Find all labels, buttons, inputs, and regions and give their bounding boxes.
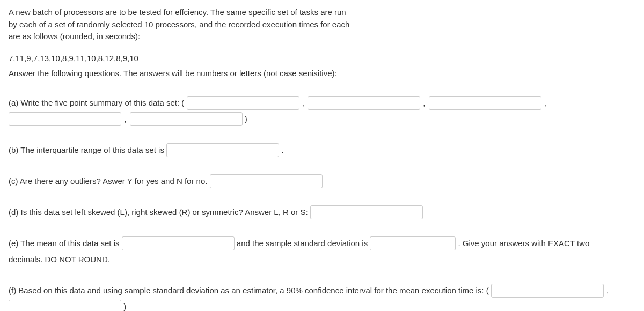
question-c-input[interactable] xyxy=(210,174,323,188)
question-f-close: ) xyxy=(123,302,126,311)
question-d-input[interactable] xyxy=(310,205,423,219)
intro-line-2: by each of a set of randomly selected 10… xyxy=(9,19,486,31)
question-d: (d) Is this data set left skewed (L), ri… xyxy=(9,204,635,220)
question-a-input-5[interactable] xyxy=(130,112,243,126)
question-a-input-3[interactable] xyxy=(429,96,541,110)
question-e-part4: decimals. DO NOT ROUND. xyxy=(9,255,110,264)
question-e-mean-input[interactable] xyxy=(122,236,235,250)
question-a-input-1[interactable] xyxy=(187,96,299,110)
question-b-prefix: (b) The interquartile range of this data… xyxy=(9,145,164,154)
separator: , xyxy=(423,98,425,107)
question-e: (e) The mean of this data set is and the… xyxy=(9,235,635,268)
question-b-input[interactable] xyxy=(166,143,279,157)
problem-intro: A new batch of processors are to be test… xyxy=(9,6,486,43)
separator: , xyxy=(606,286,609,295)
question-f-part1: (f) Based on this data and using sample … xyxy=(9,286,489,295)
separator: , xyxy=(302,98,304,107)
question-b-suffix: . xyxy=(281,145,283,154)
question-a: (a) Write the five point summary of this… xyxy=(9,95,635,127)
question-e-part2: and the sample standard deviation is xyxy=(237,239,368,248)
question-a-input-2[interactable] xyxy=(308,96,420,110)
question-e-part1: (e) The mean of this data set is xyxy=(9,239,120,248)
intro-line-3: are as follows (rounded, in seconds): xyxy=(9,31,486,43)
question-c: (c) Are there any outliers? Aswer Y for … xyxy=(9,173,635,189)
question-d-prefix: (d) Is this data set left skewed (L), ri… xyxy=(9,208,308,217)
question-f-upper-input[interactable] xyxy=(9,300,121,312)
instruction-text: Answer the following questions. The answ… xyxy=(9,68,635,80)
separator: , xyxy=(124,114,126,123)
question-f-lower-input[interactable] xyxy=(491,284,604,298)
question-f: (f) Based on this data and using sample … xyxy=(9,283,635,312)
intro-line-1: A new batch of processors are to be test… xyxy=(9,6,486,19)
question-a-input-4[interactable] xyxy=(9,112,121,126)
question-a-close: ) xyxy=(245,114,247,123)
question-e-part3: . Give your answers with EXACT two xyxy=(458,239,590,248)
question-a-prefix: (a) Write the five point summary of this… xyxy=(9,98,184,107)
data-values: 7,11,9,7,13,10,8,9,11,10,8,12,8,9,10 xyxy=(9,53,635,65)
question-b: (b) The interquartile range of this data… xyxy=(9,142,635,158)
separator: , xyxy=(544,98,546,107)
question-c-prefix: (c) Are there any outliers? Aswer Y for … xyxy=(9,176,207,186)
question-e-stddev-input[interactable] xyxy=(370,236,456,250)
